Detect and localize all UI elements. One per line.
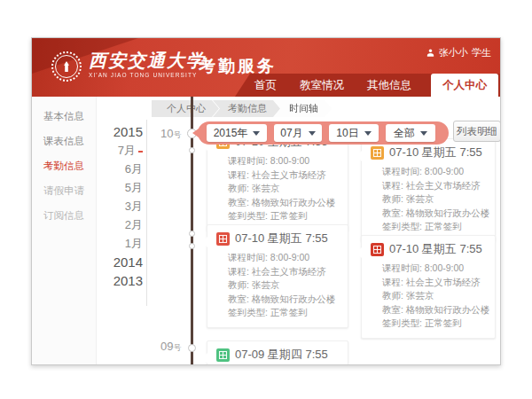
- day-dropdown[interactable]: 10日: [329, 124, 379, 142]
- card-date: 07-09 星期四 7:55: [235, 347, 328, 363]
- year-item-2014[interactable]: 2014: [85, 253, 143, 271]
- nav-tab-personal-center[interactable]: 个人中心: [431, 74, 498, 97]
- month-item-may[interactable]: 5月: [85, 178, 143, 197]
- main-nav: 首页 教室情况 其他信息 个人中心: [243, 74, 498, 97]
- breadcrumb-attendance-info[interactable]: 考勤信息: [213, 100, 280, 117]
- day-label-09: 09号: [160, 340, 181, 354]
- person-icon: [426, 48, 435, 58]
- chevron-down-icon: [364, 131, 372, 136]
- card-field-teacher: 教师: 张芸京: [216, 278, 339, 293]
- month-item-july[interactable]: 7月: [85, 141, 143, 160]
- year-item-2013[interactable]: 2013: [85, 271, 143, 290]
- nav-item-classrooms[interactable]: 教室情况: [288, 74, 356, 97]
- type-dropdown[interactable]: 全部: [386, 124, 435, 142]
- attendance-status-icon: [216, 232, 230, 246]
- attendance-status-icon: [371, 243, 384, 256]
- attendance-card[interactable]: 07-10 星期五 7:55 课程时间: 8:00-9:00 课程: 社会主义市…: [361, 235, 496, 339]
- year-dropdown[interactable]: 2015年: [207, 124, 267, 142]
- app-header: 西安交通大学 XI'AN JIAO TONG UNIVERSITY 考勤服务 张…: [32, 38, 500, 97]
- card-field-course: 课程: 社会主义市场经济: [371, 276, 486, 290]
- card-field-course: 课程: 社会主义市场经济: [216, 265, 339, 279]
- day-label-10: 10号: [160, 127, 181, 141]
- card-field-signin-type: 签到类型: 正常签到: [371, 317, 486, 331]
- card-field-course-time: 课程时间: 8:00-9:00: [216, 251, 339, 265]
- attendance-card[interactable]: 07-09 星期四 7:55: [207, 340, 348, 365]
- chevron-down-icon: [309, 131, 316, 136]
- card-field-course-time: 课程时间: 8:00-9:00: [371, 165, 486, 179]
- month-dropdown[interactable]: 07月: [274, 124, 322, 142]
- card-date: 07-10 星期五 7:55: [235, 231, 328, 246]
- timeline-dot: [189, 231, 195, 237]
- card-field-signin-type: 签到类型: 正常签到: [216, 209, 339, 223]
- card-field-teacher: 教师: 张芸京: [371, 289, 486, 303]
- chevron-down-icon: [420, 131, 427, 136]
- date-filter-bar: 2015年 07月 10日 全部: [198, 121, 449, 145]
- card-field-classroom: 教室: 格物致知行政办公楼: [216, 196, 339, 210]
- attendance-status-icon: [216, 348, 230, 362]
- nav-item-home[interactable]: 首页: [243, 74, 288, 97]
- card-field-course: 课程: 社会主义市场经济: [216, 168, 339, 183]
- year-item-2015[interactable]: 2015: [85, 122, 143, 141]
- card-date: 07-10 星期五 7:55: [389, 145, 482, 160]
- card-field-course-time: 课程时间: 8:00-9:00: [216, 154, 339, 168]
- university-name-cn: 西安交通大学: [89, 51, 206, 70]
- card-field-classroom: 教室: 格物致知行政办公楼: [371, 207, 486, 221]
- card-date: 07-10 星期五 7:55: [389, 241, 482, 257]
- university-name-en: XI'AN JIAO TONG UNIVERSITY: [89, 72, 206, 78]
- month-item-february[interactable]: 2月: [85, 215, 143, 234]
- card-field-signin-type: 签到类型: 正常签到: [371, 220, 486, 234]
- card-field-classroom: 教室: 格物致知行政办公楼: [216, 293, 339, 307]
- month-item-june[interactable]: 6月: [85, 160, 143, 178]
- card-field-teacher: 教师: 张芸京: [371, 192, 486, 207]
- timeline-dot: [189, 147, 195, 153]
- card-field-course: 课程: 社会主义市场经济: [371, 179, 486, 193]
- breadcrumb: 个人中心 考勤信息 时间轴: [152, 100, 332, 117]
- attendance-card[interactable]: 07-10 星期五 7:55 课程时间: 8:00-9:00 课程: 社会主义市…: [361, 138, 496, 242]
- month-item-january[interactable]: 1月: [85, 234, 143, 253]
- university-name-block: 西安交通大学 XI'AN JIAO TONG UNIVERSITY: [89, 51, 206, 78]
- timeline-dot: [189, 243, 195, 249]
- breadcrumb-personal-center[interactable]: 个人中心: [152, 100, 219, 117]
- list-detail-button[interactable]: 列表明细: [453, 121, 501, 142]
- attendance-status-icon: [371, 146, 384, 160]
- timeline-year-nav: 2015 7月 6月 5月 3月 2月 1月 2014 2013: [85, 122, 143, 290]
- card-field-signin-type: 签到类型: 正常签到: [216, 306, 339, 320]
- user-role: 学生: [472, 46, 491, 59]
- month-item-march[interactable]: 3月: [85, 197, 143, 215]
- screenshot-canvas: 西安交通大学 XI'AN JIAO TONG UNIVERSITY 考勤服务 张…: [0, 0, 532, 399]
- timeline-dot-day09: [188, 344, 196, 352]
- nav-item-other-info[interactable]: 其他信息: [356, 74, 423, 97]
- card-field-teacher: 教师: 张芸京: [216, 182, 339, 196]
- user-name: 张小小: [439, 46, 468, 59]
- attendance-card[interactable]: 07-10 星期五 7:55 课程时间: 8:00-9:00 课程: 社会主义市…: [207, 224, 348, 328]
- card-field-course-time: 课程时间: 8:00-9:00: [371, 262, 486, 276]
- user-info[interactable]: 张小小 学生: [426, 46, 491, 59]
- year-nav-divider: [146, 120, 147, 306]
- card-field-classroom: 教室: 格物致知行政办公楼: [371, 303, 486, 317]
- breadcrumb-timeline[interactable]: 时间轴: [274, 100, 332, 117]
- chevron-down-icon: [253, 131, 260, 136]
- attendance-app-window: 西安交通大学 XI'AN JIAO TONG UNIVERSITY 考勤服务 张…: [31, 37, 501, 365]
- university-logo-icon: [51, 51, 82, 82]
